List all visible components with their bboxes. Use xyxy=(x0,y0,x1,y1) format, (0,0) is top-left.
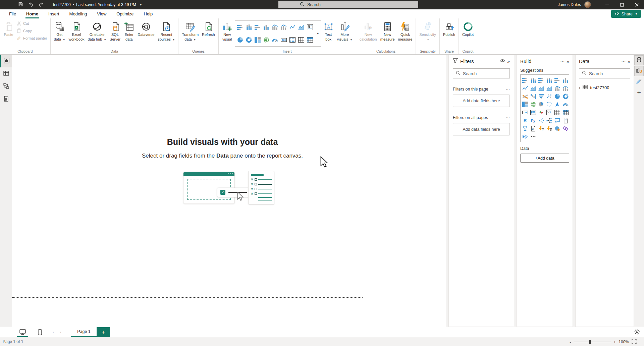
format-pane-switch-button[interactable] xyxy=(634,77,644,87)
stacked-area-chart-icon[interactable] xyxy=(537,84,545,92)
treemap-icon[interactable] xyxy=(521,100,529,108)
new-measure-button[interactable]: Newmeasure xyxy=(379,19,396,42)
save-icon[interactable] xyxy=(18,2,23,8)
document-title[interactable]: test27700 • Last saved: Yesterday at 3:4… xyxy=(53,2,142,7)
table-view-button[interactable] xyxy=(0,67,12,80)
excel-workbook-button[interactable]: XExcelworkbook xyxy=(67,19,86,42)
settings-gear-icon[interactable] xyxy=(634,329,640,336)
line-chart-icon[interactable] xyxy=(521,84,529,92)
data-search-input[interactable] xyxy=(589,71,627,76)
shape-map-icon[interactable] xyxy=(545,100,553,108)
data-pane-switch-button[interactable] xyxy=(634,55,644,65)
power-automate-visual-icon[interactable] xyxy=(545,124,553,132)
filled-map-icon[interactable] xyxy=(537,100,545,108)
build-pane-switch-button[interactable] xyxy=(634,66,644,76)
user-name[interactable]: James Dales xyxy=(558,2,581,7)
section-options-icon[interactable]: ⋯ xyxy=(506,115,510,120)
zoom-slider[interactable] xyxy=(574,342,611,342)
stacked-bar-chart-icon[interactable] xyxy=(236,21,245,34)
line-chart-icon[interactable] xyxy=(288,21,297,34)
power-apps-visual-icon[interactable]: 123 xyxy=(537,124,545,132)
copilot-button[interactable]: Copilot xyxy=(461,19,475,37)
quick-measure-button[interactable]: Quickmeasure xyxy=(396,19,414,42)
more-visual-options-icon[interactable] xyxy=(529,132,537,140)
azure-map-icon[interactable] xyxy=(553,100,561,108)
card-icon[interactable]: 123 xyxy=(521,108,529,116)
minimize-button[interactable] xyxy=(600,0,614,9)
gauge-icon[interactable] xyxy=(561,100,570,108)
stacked-bar-chart-icon[interactable] xyxy=(521,76,529,84)
matrix-icon[interactable] xyxy=(306,34,314,46)
python-visual-icon[interactable]: Py xyxy=(529,116,537,124)
key-influencers-icon[interactable] xyxy=(537,116,545,124)
text-box-button[interactable]: ATextbox xyxy=(322,19,335,42)
zoom-slider-thumb[interactable] xyxy=(589,340,591,344)
menu-home[interactable]: Home xyxy=(21,9,43,18)
report-view-button[interactable] xyxy=(0,55,12,67)
more-options-icon[interactable]: ⋯ xyxy=(620,59,627,64)
clustered-column-chart-icon[interactable] xyxy=(262,21,271,34)
transform-data-button[interactable]: Transformdata ▼ xyxy=(180,19,200,42)
multi-row-card-icon[interactable] xyxy=(529,108,537,116)
100-stacked-area-chart-icon[interactable] xyxy=(545,84,553,92)
funnel-chart-icon[interactable] xyxy=(537,92,545,100)
undo-icon[interactable] xyxy=(28,2,34,8)
clustered-bar-chart-icon[interactable] xyxy=(553,76,561,84)
eye-icon[interactable] xyxy=(498,59,506,64)
stacked-column-chart-icon[interactable] xyxy=(245,21,253,34)
next-page-arrow[interactable]: › xyxy=(57,330,64,335)
matrix-icon[interactable] xyxy=(561,108,570,116)
get-data-button[interactable]: Getdata ▼ xyxy=(52,19,67,42)
menu-optimize[interactable]: Optimize xyxy=(111,9,139,18)
donut-chart-icon[interactable] xyxy=(245,34,253,46)
stacked-column-chart-icon[interactable] xyxy=(529,76,537,84)
sql-server-button[interactable]: SQLServer xyxy=(108,19,122,42)
paginated-report-icon[interactable] xyxy=(529,124,537,132)
line-clustered-column-chart-icon[interactable] xyxy=(279,21,288,34)
gauge-icon[interactable] xyxy=(271,34,279,46)
menu-file[interactable]: File xyxy=(4,9,21,18)
collapse-data-icon[interactable]: » xyxy=(627,59,630,64)
qa-visual-icon[interactable] xyxy=(553,116,561,124)
refresh-button[interactable]: Refresh xyxy=(200,19,217,37)
more-visuals-button[interactable]: Morevisuals ▼ xyxy=(335,19,354,42)
filter-dropzone[interactable]: Add data fields here xyxy=(453,123,510,135)
slicer-icon[interactable] xyxy=(545,108,553,116)
clustered-column-chart-icon[interactable] xyxy=(561,76,570,84)
report-filter-visual-icon[interactable] xyxy=(306,21,314,34)
pie-chart-icon[interactable] xyxy=(236,34,245,46)
custom-visual-angle-icon[interactable] xyxy=(521,132,529,140)
global-search-box[interactable] xyxy=(278,1,418,8)
mobile-layout-icon[interactable] xyxy=(34,327,46,337)
user-avatar[interactable] xyxy=(584,1,591,8)
copy-button[interactable]: Copy xyxy=(15,27,49,35)
map-icon[interactable] xyxy=(262,34,271,46)
data-table-row[interactable]: › test27700 xyxy=(579,84,630,91)
redo-icon[interactable] xyxy=(39,2,44,8)
sensitivity-button[interactable]: Sensitivity ▼ xyxy=(418,19,438,42)
collapse-build-icon[interactable]: » xyxy=(566,59,569,64)
menu-insert[interactable]: Insert xyxy=(43,9,64,18)
100-stacked-bar-chart-icon[interactable] xyxy=(537,76,545,84)
donut-chart-icon[interactable] xyxy=(561,92,570,100)
cut-button[interactable]: Cut xyxy=(15,20,49,27)
zoom-in-button[interactable]: + xyxy=(613,340,616,345)
menu-modeling[interactable]: Modeling xyxy=(64,9,92,18)
more-options-icon[interactable]: ⋯ xyxy=(559,59,566,64)
treemap-icon[interactable] xyxy=(253,34,262,46)
kpi-icon[interactable] xyxy=(537,108,545,116)
page-tab[interactable]: Page 1 xyxy=(71,327,97,337)
multi-row-card-icon[interactable] xyxy=(288,34,297,46)
desktop-layout-icon[interactable] xyxy=(17,327,28,337)
enter-data-button[interactable]: Enterdata xyxy=(122,19,136,42)
format-painter-button[interactable]: Format painter xyxy=(15,35,49,42)
title-dropdown-caret[interactable]: ▼ xyxy=(140,3,142,6)
model-view-button[interactable] xyxy=(0,80,12,93)
card-icon[interactable]: 123 xyxy=(279,34,288,46)
area-chart-icon[interactable] xyxy=(529,84,537,92)
map-icon[interactable] xyxy=(529,100,537,108)
ribbon-chart-icon[interactable] xyxy=(521,92,529,100)
publish-button[interactable]: Publish xyxy=(441,19,457,37)
share-button[interactable]: Share ▼ xyxy=(611,10,641,18)
onelake-data-hub-button[interactable]: OneLakedata hub ▼ xyxy=(86,19,108,42)
